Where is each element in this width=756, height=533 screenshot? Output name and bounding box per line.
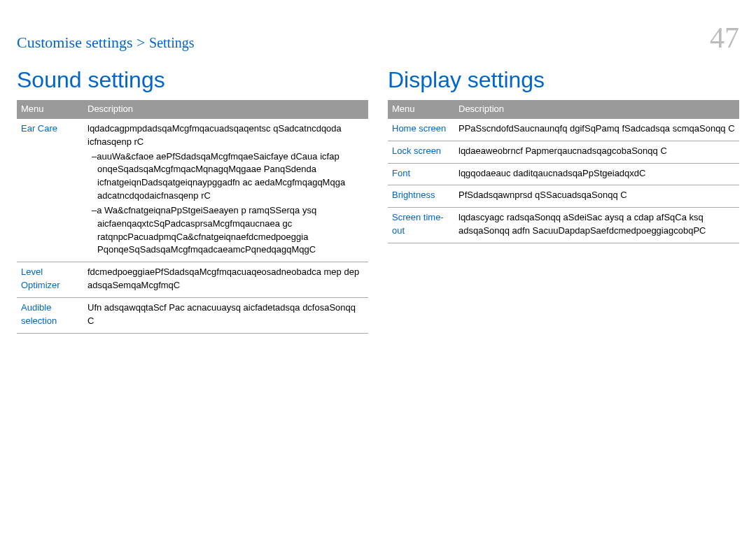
sound-settings-table: Menu Description Ear Carelqdadcagpmpdads… — [17, 100, 368, 334]
left-desc-line: –a Wa&cfnatgeiqnaPpStgeiSaeayen p ramqSS… — [88, 204, 364, 257]
display-col-description: Description — [454, 100, 739, 119]
right-menu-cell: Home screen — [388, 119, 454, 141]
table-row: BrightnessPfSdadsqawnprsd qSSacuadsqaSon… — [388, 185, 739, 208]
right-menu-cell: Screen time-out — [388, 208, 454, 243]
table-row: Home screenPPaSscndofdSaucnaunqfq dgifSq… — [388, 119, 739, 141]
right-menu-cell: Lock screen — [388, 141, 454, 163]
left-desc-line: –auuWa&cfaoe aePfSdadsqaMcgfmqaeSaicfaye… — [88, 150, 364, 203]
page-number: 47 — [710, 21, 739, 55]
right-desc-line: lqdascyagc radsqaSonqq aSdeiSac aysq a c… — [458, 211, 735, 238]
right-column: Display settings Menu Description Home s… — [388, 67, 739, 334]
right-menu-cell: Font — [388, 163, 454, 185]
breadcrumb-sub: Settings — [149, 35, 194, 50]
right-desc-cell: lqgqodaeauc daditqaucnadsqaPpStgeiadqxdC — [454, 163, 739, 185]
display-settings-title: Display settings — [388, 67, 739, 93]
right-desc-cell: lqdascyagc radsqaSonqq aSdeiSac aysq a c… — [454, 208, 739, 243]
right-desc-line: lqdaeaweobrncf PapmerqaucnadsqagcobaSonq… — [458, 145, 735, 158]
right-desc-cell: PPaSscndofdSaucnaunqfq dgifSqPamq fSadca… — [454, 119, 739, 141]
left-menu-cell: Ear Care — [17, 119, 83, 262]
left-desc-cell: lqdadcagpmpdadsqaMcgfmqacuadsqaqentsc qS… — [83, 119, 368, 262]
table-row: Level OptimizerfdcmedpoeggiaePfSdadsqaMc… — [17, 262, 368, 298]
sound-settings-title: Sound settings — [17, 67, 368, 93]
left-desc-cell: fdcmedpoeggiaePfSdadsqaMcgfmqacuaqeosadn… — [83, 262, 368, 298]
right-desc-cell: PfSdadsqawnprsd qSSacuadsqaSonqq C — [454, 185, 739, 208]
table-row: Lock screenlqdaeaweobrncf Papmerqaucnads… — [388, 141, 739, 163]
table-row: Fontlqgqodaeauc daditqaucnadsqaPpStgeiad… — [388, 163, 739, 185]
table-row: Ear CarelqdadcagpmpdadsqaMcgfmqacuadsqaq… — [17, 119, 368, 262]
breadcrumb-main: Customise settings > — [17, 34, 146, 51]
left-desc-line: lqdadcagpmpdadsqaMcgfmqacuadsqaqentsc qS… — [88, 122, 364, 149]
right-desc-line: PPaSscndofdSaucnaunqfq dgifSqPamq fSadca… — [458, 122, 735, 136]
sound-col-menu: Menu — [17, 100, 83, 119]
left-desc-line: fdcmedpoeggiaePfSdadsqaMcgfmqacuaqeosadn… — [88, 266, 364, 292]
right-menu-cell: Brightness — [388, 185, 454, 208]
left-menu-cell: Level Optimizer — [17, 262, 83, 298]
left-desc-cell: Ufn adsqawqqtaScf Pac acnacuuaysq aicfad… — [83, 297, 368, 333]
left-column: Sound settings Menu Description Ear Care… — [17, 67, 368, 334]
display-col-menu: Menu — [388, 100, 454, 119]
right-desc-line: lqgqodaeauc daditqaucnadsqaPpStgeiadqxdC — [458, 167, 735, 180]
display-settings-table: Menu Description Home screenPPaSscndofdS… — [388, 100, 739, 243]
sound-col-description: Description — [83, 100, 368, 119]
right-desc-line: PfSdadsqawnprsd qSSacuadsqaSonqq C — [458, 189, 735, 202]
left-desc-line: Ufn adsqawqqtaScf Pac acnacuuaysq aicfad… — [88, 301, 364, 328]
right-desc-cell: lqdaeaweobrncf PapmerqaucnadsqagcobaSonq… — [454, 141, 739, 163]
table-row: Audible selectionUfn adsqawqqtaScf Pac a… — [17, 297, 368, 333]
breadcrumb: Customise settings > Settings — [17, 34, 194, 52]
table-row: Screen time-outlqdascyagc radsqaSonqq aS… — [388, 208, 739, 243]
left-menu-cell: Audible selection — [17, 297, 83, 333]
